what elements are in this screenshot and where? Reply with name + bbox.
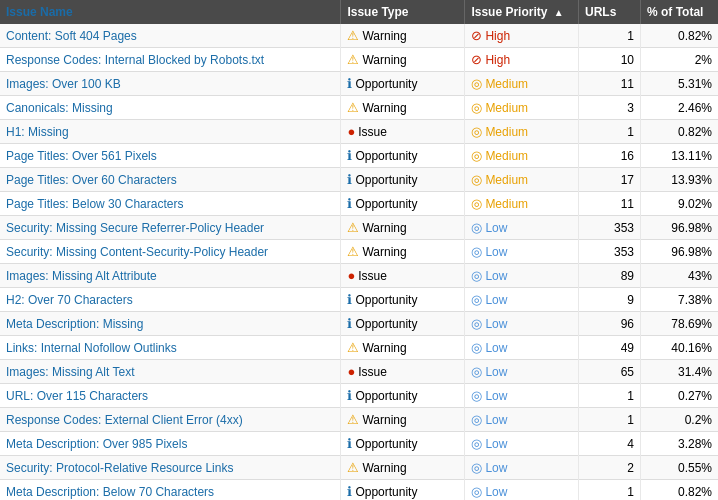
- cell-issue-type: ⚠Warning: [341, 336, 465, 360]
- sort-arrow-icon: ▲: [554, 7, 564, 18]
- warning-type-icon: ⚠: [347, 340, 359, 355]
- table-row[interactable]: Page Titles: Over 561 PixelsℹOpportunity…: [0, 144, 718, 168]
- cell-priority: ◎Low: [465, 288, 579, 312]
- cell-pct-total: 0.82%: [640, 120, 718, 144]
- cell-issue-name[interactable]: Meta Description: Below 70 Characters: [0, 480, 341, 501]
- medium-priority-icon: ◎: [471, 76, 482, 91]
- table-row[interactable]: Images: Over 100 KBℹOpportunity◎Medium11…: [0, 72, 718, 96]
- cell-issue-name[interactable]: Response Codes: External Client Error (4…: [0, 408, 341, 432]
- cell-issue-name[interactable]: Page Titles: Below 30 Characters: [0, 192, 341, 216]
- table-row[interactable]: Content: Soft 404 Pages⚠Warning⊘High10.8…: [0, 24, 718, 48]
- cell-urls: 353: [579, 240, 641, 264]
- low-priority-icon: ◎: [471, 340, 482, 355]
- cell-issue-type: ℹOpportunity: [341, 312, 465, 336]
- table-row[interactable]: Security: Missing Secure Referrer-Policy…: [0, 216, 718, 240]
- cell-issue-type: ●Issue: [341, 360, 465, 384]
- cell-pct-total: 40.16%: [640, 336, 718, 360]
- opportunity-type-icon: ℹ: [347, 196, 352, 211]
- cell-priority: ◎Low: [465, 432, 579, 456]
- cell-issue-type: ⚠Warning: [341, 216, 465, 240]
- header-urls[interactable]: URLs: [579, 0, 641, 24]
- cell-priority: ◎Low: [465, 360, 579, 384]
- cell-issue-name[interactable]: Security: Protocol-Relative Resource Lin…: [0, 456, 341, 480]
- cell-issue-type: ⚠Warning: [341, 240, 465, 264]
- cell-pct-total: 0.27%: [640, 384, 718, 408]
- table-row[interactable]: Links: Internal Nofollow Outlinks⚠Warnin…: [0, 336, 718, 360]
- cell-urls: 1: [579, 408, 641, 432]
- cell-priority: ⊘High: [465, 48, 579, 72]
- table-row[interactable]: Meta Description: Below 70 CharactersℹOp…: [0, 480, 718, 501]
- cell-issue-name[interactable]: Meta Description: Over 985 Pixels: [0, 432, 341, 456]
- cell-priority: ◎Low: [465, 336, 579, 360]
- table-row[interactable]: H2: Over 70 CharactersℹOpportunity◎Low97…: [0, 288, 718, 312]
- opportunity-type-icon: ℹ: [347, 292, 352, 307]
- table-row[interactable]: H1: Missing●Issue◎Medium10.82%: [0, 120, 718, 144]
- low-priority-icon: ◎: [471, 244, 482, 259]
- cell-issue-name[interactable]: H2: Over 70 Characters: [0, 288, 341, 312]
- cell-issue-name[interactable]: Images: Missing Alt Attribute: [0, 264, 341, 288]
- cell-issue-name[interactable]: Links: Internal Nofollow Outlinks: [0, 336, 341, 360]
- cell-pct-total: 7.38%: [640, 288, 718, 312]
- cell-urls: 16: [579, 144, 641, 168]
- table-row[interactable]: Page Titles: Over 60 CharactersℹOpportun…: [0, 168, 718, 192]
- header-issue-type[interactable]: Issue Type: [341, 0, 465, 24]
- cell-urls: 96: [579, 312, 641, 336]
- cell-issue-name[interactable]: Content: Soft 404 Pages: [0, 24, 341, 48]
- issues-table: Issue Name Issue Type Issue Priority ▲ U…: [0, 0, 718, 500]
- cell-issue-name[interactable]: H1: Missing: [0, 120, 341, 144]
- low-priority-icon: ◎: [471, 484, 482, 499]
- warning-type-icon: ⚠: [347, 28, 359, 43]
- cell-urls: 65: [579, 360, 641, 384]
- header-issue-priority[interactable]: Issue Priority ▲: [465, 0, 579, 24]
- medium-priority-icon: ◎: [471, 172, 482, 187]
- cell-issue-type: ℹOpportunity: [341, 288, 465, 312]
- cell-issue-name[interactable]: Response Codes: Internal Blocked by Robo…: [0, 48, 341, 72]
- warning-type-icon: ⚠: [347, 52, 359, 67]
- warning-type-icon: ⚠: [347, 412, 359, 427]
- table-row[interactable]: Canonicals: Missing⚠Warning◎Medium32.46%: [0, 96, 718, 120]
- cell-urls: 89: [579, 264, 641, 288]
- cell-issue-name[interactable]: Meta Description: Missing: [0, 312, 341, 336]
- cell-pct-total: 0.82%: [640, 480, 718, 501]
- cell-urls: 17: [579, 168, 641, 192]
- header-issue-name[interactable]: Issue Name: [0, 0, 341, 24]
- medium-priority-icon: ◎: [471, 196, 482, 211]
- low-priority-icon: ◎: [471, 388, 482, 403]
- cell-issue-type: ●Issue: [341, 264, 465, 288]
- low-priority-icon: ◎: [471, 436, 482, 451]
- table-row[interactable]: Response Codes: External Client Error (4…: [0, 408, 718, 432]
- table-row[interactable]: Meta Description: Over 985 PixelsℹOpport…: [0, 432, 718, 456]
- table-row[interactable]: URL: Over 115 CharactersℹOpportunity◎Low…: [0, 384, 718, 408]
- opportunity-type-icon: ℹ: [347, 316, 352, 331]
- cell-priority: ◎Low: [465, 240, 579, 264]
- cell-issue-name[interactable]: Images: Over 100 KB: [0, 72, 341, 96]
- cell-pct-total: 31.4%: [640, 360, 718, 384]
- warning-type-icon: ⚠: [347, 100, 359, 115]
- opportunity-type-icon: ℹ: [347, 172, 352, 187]
- cell-issue-name[interactable]: Page Titles: Over 561 Pixels: [0, 144, 341, 168]
- cell-urls: 11: [579, 192, 641, 216]
- cell-issue-name[interactable]: URL: Over 115 Characters: [0, 384, 341, 408]
- issue-type-icon: ●: [347, 364, 355, 379]
- table-row[interactable]: Response Codes: Internal Blocked by Robo…: [0, 48, 718, 72]
- header-pct-total[interactable]: % of Total: [640, 0, 718, 24]
- cell-issue-name[interactable]: Page Titles: Over 60 Characters: [0, 168, 341, 192]
- table-row[interactable]: Images: Missing Alt Attribute●Issue◎Low8…: [0, 264, 718, 288]
- table-row[interactable]: Images: Missing Alt Text●Issue◎Low6531.4…: [0, 360, 718, 384]
- cell-issue-name[interactable]: Canonicals: Missing: [0, 96, 341, 120]
- cell-issue-type: ⚠Warning: [341, 408, 465, 432]
- cell-issue-name[interactable]: Images: Missing Alt Text: [0, 360, 341, 384]
- issue-type-icon: ●: [347, 124, 355, 139]
- cell-pct-total: 3.28%: [640, 432, 718, 456]
- table-row[interactable]: Meta Description: MissingℹOpportunity◎Lo…: [0, 312, 718, 336]
- table-row[interactable]: Page Titles: Below 30 CharactersℹOpportu…: [0, 192, 718, 216]
- low-priority-icon: ◎: [471, 364, 482, 379]
- cell-issue-name[interactable]: Security: Missing Content-Security-Polic…: [0, 240, 341, 264]
- low-priority-icon: ◎: [471, 316, 482, 331]
- cell-issue-name[interactable]: Security: Missing Secure Referrer-Policy…: [0, 216, 341, 240]
- table-row[interactable]: Security: Missing Content-Security-Polic…: [0, 240, 718, 264]
- medium-priority-icon: ◎: [471, 124, 482, 139]
- table-row[interactable]: Security: Protocol-Relative Resource Lin…: [0, 456, 718, 480]
- cell-pct-total: 96.98%: [640, 216, 718, 240]
- warning-type-icon: ⚠: [347, 460, 359, 475]
